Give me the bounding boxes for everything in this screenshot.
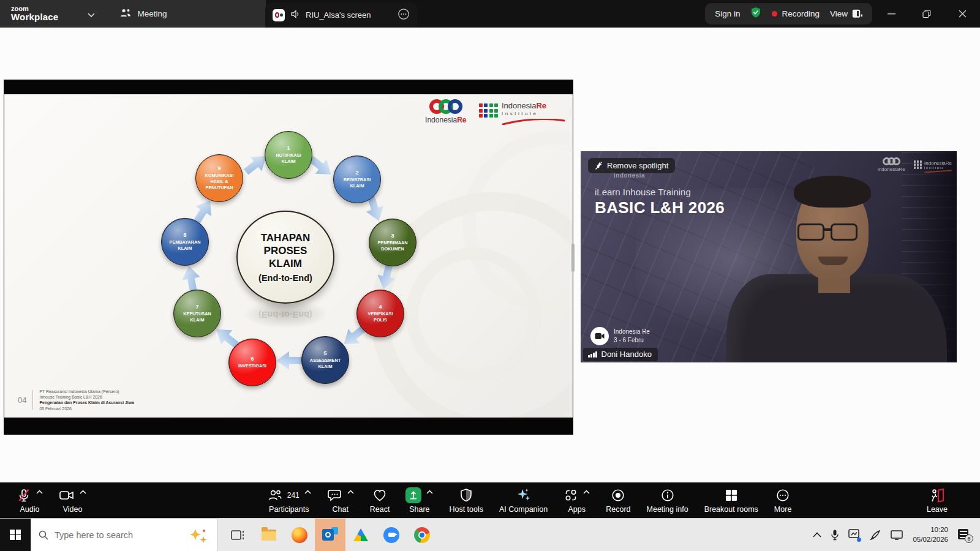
- tab-meeting[interactable]: Meeting: [119, 8, 167, 20]
- diagram-step-7: 7KEPUTUSAN KLAIM: [173, 290, 221, 337]
- remove-spotlight-button[interactable]: Remove spotlight: [588, 158, 675, 173]
- breakout-rooms-icon: [724, 488, 739, 503]
- view-layout-icon: [852, 9, 862, 18]
- outlook-icon[interactable]: [315, 519, 345, 551]
- diagram-step-4: 4VERIFIKASI POLIS: [356, 290, 404, 337]
- tab-options-icon[interactable]: [398, 8, 410, 23]
- people-icon: [119, 8, 132, 20]
- notification-count-badge: 8: [965, 534, 973, 543]
- tray-microphone-icon[interactable]: [831, 530, 839, 541]
- chat-icon: [327, 488, 342, 503]
- audio-options-chevron[interactable]: [36, 490, 43, 494]
- record-button[interactable]: Record: [598, 487, 638, 514]
- apps-icon: [564, 488, 578, 503]
- diagram-step-6: 6INVESTIGASI: [228, 339, 276, 386]
- camera-icon: [59, 488, 75, 503]
- sign-in-button[interactable]: Sign in: [715, 9, 740, 18]
- diagram-center-circle: TAHAPAN PROSES KLAIM (End-to-End): [236, 211, 334, 304]
- shield-icon: [459, 488, 473, 503]
- microphone-muted-icon: [17, 488, 31, 503]
- video-tile-doni-handoko: IndonesiaRe IndonesiaRe Institute Remove…: [581, 151, 957, 362]
- participants-button[interactable]: 241 Participants: [259, 487, 319, 514]
- participants-options-chevron[interactable]: [304, 490, 311, 494]
- start-button[interactable]: [0, 519, 31, 551]
- file-explorer-icon[interactable]: [254, 519, 284, 551]
- firefox-icon[interactable]: [284, 519, 315, 551]
- taskbar-clock[interactable]: 10:20 05/02/2026: [913, 525, 948, 544]
- slide-page-number: 04: [18, 395, 26, 405]
- speaker-icon: [290, 9, 300, 21]
- shared-screen-frame: IndonesiaRe IndonesiaRe Institute: [4, 80, 573, 435]
- restore-button[interactable]: [909, 0, 944, 28]
- screen-share-app-icon: [273, 9, 285, 21]
- windows-taskbar: 10:20 05/02/2026 8: [0, 518, 980, 551]
- participants-icon: [267, 488, 283, 503]
- apps-options-chevron[interactable]: [583, 490, 590, 494]
- search-input[interactable]: [55, 530, 159, 540]
- divider-handle[interactable]: [571, 244, 575, 272]
- tray-display-icon[interactable]: [891, 530, 903, 540]
- record-icon: [611, 488, 625, 503]
- tab-shared-screen[interactable]: RIU_Alsa's screen: [265, 2, 417, 28]
- signal-bars-icon: [588, 351, 597, 358]
- flow-arrow-icon: [276, 351, 302, 370]
- participant-name-badge: Doni Handoko: [583, 348, 658, 361]
- pin-icon: [595, 162, 603, 170]
- task-view-button[interactable]: [223, 519, 254, 551]
- taskbar-apps: [223, 519, 437, 551]
- clock-date: 05/02/2026: [913, 535, 948, 545]
- system-tray: 10:20 05/02/2026 8: [813, 525, 980, 544]
- meeting-info-button[interactable]: Meeting info: [639, 487, 696, 514]
- partial-logo-text: indonesia: [614, 172, 645, 179]
- share-options-chevron[interactable]: [426, 490, 433, 494]
- minimize-button[interactable]: [873, 0, 909, 28]
- sparkle-icon: [516, 487, 532, 503]
- chevron-down-icon[interactable]: [88, 9, 95, 20]
- share-button[interactable]: Share: [398, 487, 441, 514]
- tray-screenshare-icon[interactable]: [848, 529, 860, 541]
- diagram-step-5: 5ASSESSMENT KLAIM: [301, 336, 349, 384]
- more-icon: [775, 488, 790, 503]
- diagram-step-8: 8PEMBAYARAN KLAIM: [161, 218, 209, 266]
- ai-companion-button[interactable]: AI Companion: [491, 487, 556, 514]
- heart-icon: [372, 488, 387, 503]
- react-button[interactable]: React: [362, 487, 398, 514]
- video-overlay-logos: IndonesiaRe IndonesiaRe Institute: [878, 157, 952, 172]
- notifications-button[interactable]: 8: [958, 529, 971, 541]
- chat-options-chevron[interactable]: [347, 490, 354, 494]
- leave-door-icon: [929, 487, 945, 503]
- more-button[interactable]: More: [766, 487, 799, 514]
- google-drive-icon[interactable]: [345, 519, 376, 551]
- chat-button[interactable]: Chat: [319, 487, 362, 514]
- camera-badge-icon: [590, 327, 609, 345]
- view-label: View: [830, 9, 848, 18]
- titlebar: zoom Workplace Meeting RIU_Alsa's screen: [0, 0, 980, 28]
- zoom-meeting-window: zoom Workplace Meeting RIU_Alsa's screen: [0, 0, 980, 551]
- video-options-chevron[interactable]: [80, 490, 86, 494]
- leave-button[interactable]: Leave: [919, 487, 956, 514]
- recording-dot-icon: [772, 11, 777, 17]
- indonesia-re-logo: IndonesiaRe: [425, 99, 466, 124]
- video-button[interactable]: Video: [51, 487, 94, 514]
- zoom-app-icon[interactable]: [376, 519, 407, 551]
- close-button[interactable]: [944, 0, 980, 28]
- titlebar-status-pill: Sign in Recording View: [705, 3, 872, 24]
- search-highlights-icon[interactable]: [187, 528, 211, 544]
- recording-indicator[interactable]: Recording: [772, 9, 820, 18]
- meeting-toolbar: Audio Video 241 Participants Chat: [0, 482, 980, 518]
- presentation-slide: IndonesiaRe IndonesiaRe Institute: [4, 94, 573, 418]
- tray-expand-chevron[interactable]: [813, 532, 821, 538]
- security-shield-icon[interactable]: [750, 7, 761, 21]
- chrome-icon[interactable]: [407, 519, 437, 551]
- flow-arrow-icon: [180, 264, 203, 293]
- recording-label: Recording: [782, 9, 820, 18]
- taskbar-search[interactable]: [31, 519, 218, 551]
- apps-button[interactable]: Apps: [556, 487, 598, 514]
- host-tools-button[interactable]: Host tools: [441, 487, 491, 514]
- event-brand-row: Indonesia Re 3 - 6 Febru: [590, 327, 650, 345]
- share-screen-icon: [405, 487, 421, 503]
- tray-pen-icon[interactable]: [870, 530, 881, 541]
- audio-button[interactable]: Audio: [9, 487, 51, 514]
- breakout-rooms-button[interactable]: Breakout rooms: [696, 487, 766, 514]
- view-button[interactable]: View: [830, 9, 862, 18]
